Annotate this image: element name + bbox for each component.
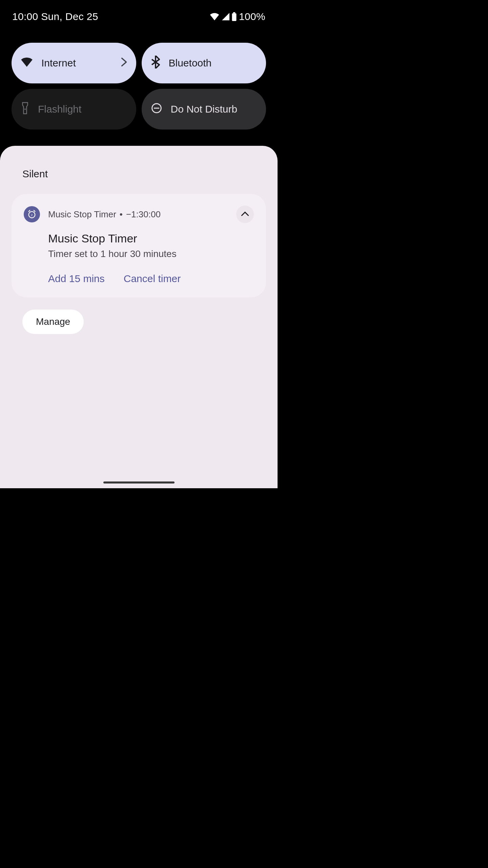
app-icon-alarm: z [24, 206, 40, 222]
status-time: 10:00 [12, 11, 38, 22]
notification-body: Timer set to 1 hour 30 minutes [48, 249, 254, 259]
notification-shade: Silent z Music Stop Timer • −1:30:00 Mus… [0, 146, 278, 488]
action-add-15-mins[interactable]: Add 15 mins [48, 273, 105, 284]
wifi-icon [21, 57, 33, 69]
section-title-silent: Silent [0, 168, 278, 194]
notification-header: z Music Stop Timer • −1:30:00 [24, 205, 254, 223]
battery-icon [231, 12, 237, 21]
action-cancel-timer[interactable]: Cancel timer [124, 273, 181, 284]
manage-button[interactable]: Manage [22, 310, 84, 334]
svg-text:z: z [31, 213, 33, 217]
chevron-up-icon [241, 211, 249, 217]
notification-actions: Add 15 mins Cancel timer [24, 273, 254, 284]
collapse-button[interactable] [236, 205, 254, 223]
tile-flashlight[interactable]: Flashlight [12, 89, 136, 130]
tile-internet[interactable]: Internet [12, 43, 136, 83]
battery-percent: 100% [239, 11, 265, 22]
svg-rect-0 [232, 13, 237, 21]
tile-bluetooth[interactable]: Bluetooth [142, 43, 266, 83]
bluetooth-icon [151, 56, 160, 71]
notification-card[interactable]: z Music Stop Timer • −1:30:00 Music Stop… [12, 194, 266, 297]
notification-countdown: −1:30:00 [126, 209, 161, 220]
tile-label: Flashlight [38, 103, 127, 115]
status-bar: 10:00 Sun, Dec 25 100% [0, 0, 278, 22]
do-not-disturb-icon [151, 103, 162, 116]
status-date: Sun, Dec 25 [41, 11, 98, 22]
tile-label: Internet [41, 57, 113, 69]
chevron-right-icon [121, 57, 127, 69]
tile-label: Do Not Disturb [171, 103, 257, 115]
notification-title: Music Stop Timer [48, 232, 254, 245]
status-time-date: 10:00 Sun, Dec 25 [12, 11, 98, 22]
svg-point-2 [24, 108, 26, 110]
flashlight-icon [21, 102, 29, 117]
status-right: 100% [210, 11, 265, 22]
tile-do-not-disturb[interactable]: Do Not Disturb [142, 89, 266, 130]
meta-separator: • [120, 209, 123, 220]
nav-handle[interactable] [103, 481, 175, 484]
tile-label: Bluetooth [169, 57, 257, 69]
quick-settings: Internet Bluetooth Flashlight Do Not Dis… [0, 22, 278, 130]
notification-app-name: Music Stop Timer [48, 209, 116, 220]
notification-meta: Music Stop Timer • −1:30:00 [48, 209, 228, 220]
svg-rect-1 [233, 12, 236, 13]
wifi-icon [210, 13, 219, 20]
cell-signal-icon [221, 13, 229, 20]
